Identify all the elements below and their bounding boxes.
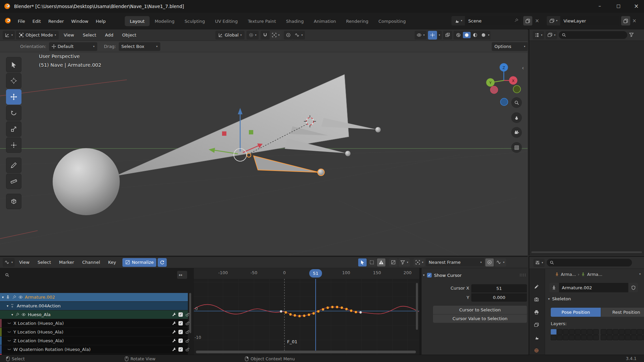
graph-menu-key[interactable]: Key: [104, 257, 120, 268]
graph-menu-marker[interactable]: Marker: [55, 257, 78, 268]
selected-bone-cone[interactable]: [254, 156, 319, 172]
viewlayer-browse-button[interactable]: ▾: [547, 16, 560, 25]
scene-unlink-icon[interactable]: ×: [533, 18, 541, 24]
tool-transform[interactable]: [6, 137, 21, 153]
channel-row-x-location[interactable]: X Location (Hueso_Ala): [0, 319, 188, 327]
shading-material-button[interactable]: [471, 32, 479, 38]
cursor-to-selection-button[interactable]: Cursor to Selection: [433, 306, 527, 314]
show-cursor-panel-header[interactable]: ▾ Show Cursor: [423, 271, 526, 280]
graph-vertical-scrollbar[interactable]: [416, 283, 418, 330]
mode-dropdown[interactable]: Object Mode▾: [16, 31, 59, 40]
breadcrumb-data[interactable]: Arma...: [587, 272, 602, 277]
drag-dropdown[interactable]: Select Box▾: [119, 42, 160, 51]
tool-select-box[interactable]: [6, 57, 21, 72]
wing-tip-sphere-top[interactable]: [375, 127, 381, 132]
gizmo-axis-z-neg[interactable]: [500, 98, 508, 106]
graph-horizontal-scrollbar[interactable]: [196, 351, 416, 353]
viewport-menu-select[interactable]: Select: [79, 29, 100, 41]
rest-position-button[interactable]: Rest Position: [601, 308, 644, 317]
tool-move[interactable]: [6, 89, 21, 105]
snap-target-dropdown[interactable]: ▾: [414, 258, 425, 266]
selected-bone-tip-sphere[interactable]: [318, 169, 324, 176]
tab-output[interactable]: [534, 310, 539, 316]
graph-box-select-tool[interactable]: [368, 258, 376, 266]
workspace-tab-modeling[interactable]: Modeling: [150, 16, 179, 26]
armature-layers-grid[interactable]: [551, 329, 644, 340]
filter-dropdown[interactable]: ▾: [398, 258, 410, 266]
outliner-display-mode-button[interactable]: ▾: [546, 31, 557, 39]
graph-select-tool[interactable]: [358, 258, 367, 266]
id-name-field[interactable]: Armature.002: [559, 283, 628, 292]
channel-row-bone-group[interactable]: ▾ Hueso_Ala: [0, 310, 188, 319]
scene-new-button[interactable]: [523, 16, 532, 25]
graph-menu-select[interactable]: Select: [34, 257, 55, 268]
shading-rendered-button[interactable]: [480, 32, 487, 38]
graph-proportional-toggle[interactable]: [485, 258, 494, 266]
sphere-object[interactable]: [53, 148, 120, 215]
workspace-tab-layout[interactable]: Layout: [125, 16, 150, 26]
minimize-button[interactable]: –: [591, 0, 608, 12]
tool-measure[interactable]: [6, 174, 21, 189]
scene-name-field[interactable]: Scene: [466, 16, 521, 25]
perspective-toggle-button[interactable]: [511, 142, 522, 153]
outliner-editor-type-button[interactable]: ▾: [533, 31, 544, 39]
pan-view-button[interactable]: [511, 112, 522, 123]
panel-grip[interactable]: [520, 274, 526, 277]
shading-wireframe-button[interactable]: [454, 32, 462, 38]
breadcrumb-options[interactable]: ▾: [639, 273, 641, 276]
sidebar-collapse-chevron[interactable]: ‹: [522, 65, 524, 71]
channel-row-w-quaternion[interactable]: W Quaternion Rotation (Hueso_Ala): [0, 345, 188, 354]
gizmo-z-arrow[interactable]: [238, 108, 243, 114]
outliner-search-input[interactable]: [559, 31, 627, 39]
menu-help[interactable]: Help: [92, 13, 110, 29]
gizmo-axis-x-neg[interactable]: [490, 86, 498, 94]
menu-file[interactable]: File: [14, 13, 29, 29]
shading-dropdown[interactable]: ▾: [488, 34, 489, 37]
overlays-dropdown[interactable]: ▾: [437, 31, 442, 40]
graph-falloff-dropdown[interactable]: ▾: [495, 258, 506, 266]
shading-solid-button[interactable]: [463, 32, 471, 38]
graph-canvas[interactable]: 0 -10 F_01: [194, 279, 419, 355]
panel-expand-icon[interactable]: ▾: [423, 274, 425, 277]
tab-tool[interactable]: [534, 284, 539, 290]
gizmo-axis-y-neg[interactable]: [513, 85, 521, 93]
viewport-menu-object[interactable]: Object: [118, 29, 140, 41]
normalize-refresh-button[interactable]: [158, 258, 167, 267]
workspace-tab-texture-paint[interactable]: Texture Paint: [243, 16, 281, 26]
viewport-menu-add[interactable]: Add: [101, 29, 117, 41]
editor-type-button[interactable]: ▾: [3, 31, 15, 40]
viewlayer-name-field[interactable]: ViewLayer: [561, 16, 619, 25]
snap-settings-dropdown[interactable]: ▾: [270, 31, 282, 40]
tab-world[interactable]: [534, 348, 539, 354]
show-cursor-checkbox[interactable]: [427, 273, 432, 278]
close-button[interactable]: ×: [629, 0, 644, 12]
tool-add-cube[interactable]: [6, 194, 21, 209]
ship-hull[interactable]: [116, 74, 349, 176]
channel-row-z-location[interactable]: Z Location (Hueso_Ala): [0, 337, 188, 345]
breadcrumb-object[interactable]: Arma...: [561, 272, 576, 277]
outliner-filter-icon[interactable]: [629, 32, 634, 38]
tool-annotate[interactable]: [6, 158, 21, 173]
cursor-y-field[interactable]: 0.000: [471, 293, 527, 302]
transform-orientation-dropdown[interactable]: Global▾: [215, 31, 245, 40]
wing-tip-sphere-mid[interactable]: [345, 151, 351, 156]
channel-row-action[interactable]: ▾ Armature.004Action: [0, 302, 188, 310]
visibility-dropdown[interactable]: ▾: [415, 31, 427, 40]
gizmo-plane-y[interactable]: [249, 130, 253, 134]
fake-user-button[interactable]: [629, 283, 638, 292]
properties-search-input[interactable]: [547, 259, 632, 266]
workspace-tab-uv-editing[interactable]: UV Editing: [210, 16, 243, 26]
zoom-view-button[interactable]: [511, 97, 522, 108]
tab-scene[interactable]: [534, 335, 539, 341]
menu-render[interactable]: Render: [45, 13, 67, 29]
pose-position-button[interactable]: Pose Position: [551, 308, 601, 317]
graph-menu-view[interactable]: View: [15, 257, 33, 268]
proportional-falloff-dropdown[interactable]: ▾: [293, 31, 305, 40]
viewlayer-new-button[interactable]: [621, 16, 630, 25]
properties-editor-type-button[interactable]: ▾: [533, 259, 545, 267]
channel-resize-button[interactable]: ↔: [177, 271, 187, 279]
tool-rotate[interactable]: [6, 105, 21, 121]
cursor-x-field[interactable]: 51: [471, 284, 527, 293]
channel-search-input[interactable]: [2, 271, 176, 279]
scene-browse-button[interactable]: ▾: [451, 16, 465, 25]
